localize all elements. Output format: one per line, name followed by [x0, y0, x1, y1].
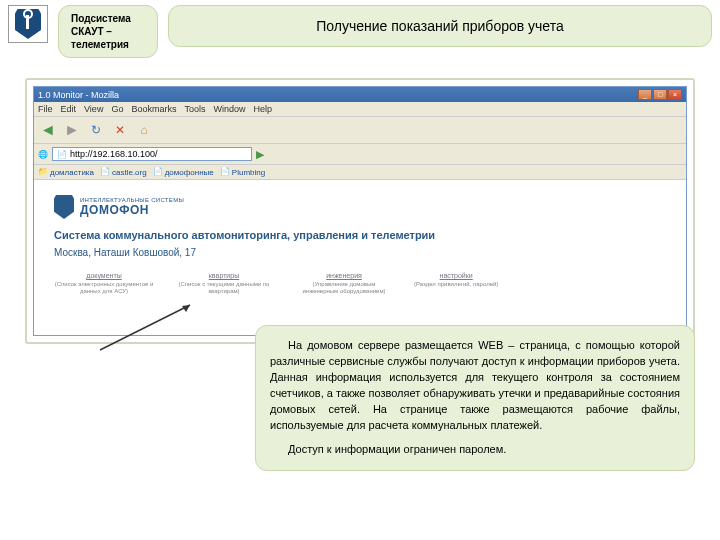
bookmark-item[interactable]: 📁домластика	[38, 167, 94, 177]
key-icon	[26, 15, 29, 29]
reload-icon[interactable]: ↻	[86, 120, 106, 140]
domofon-shield-icon	[54, 195, 74, 219]
menu-window[interactable]: Window	[213, 104, 245, 114]
bookmark-item[interactable]: 📄домофонные	[153, 167, 214, 177]
tab-documents[interactable]: документы (Список электронных документов…	[54, 272, 154, 295]
bookmark-icon: 📄	[153, 167, 163, 177]
menu-view[interactable]: View	[84, 104, 103, 114]
page-icon: 📄	[57, 150, 67, 159]
address-input[interactable]: 📄 http://192.168.10.100/	[52, 147, 252, 161]
address-text: http://192.168.10.100/	[70, 149, 158, 159]
logo-text: ДОМОФОН	[80, 203, 184, 217]
logo-box	[8, 5, 48, 43]
shield-icon	[15, 9, 41, 39]
subtitle-line1: Подсистема	[71, 12, 145, 25]
tab-engineering[interactable]: инженерия (Управление домовым инженерным…	[294, 272, 394, 295]
subtitle-box: Подсистема СКАУТ – телеметрия	[58, 5, 158, 58]
domofon-logo: ИНТЕЛЛЕКТУАЛЬНЫЕ СИСТЕМЫ ДОМОФОН	[54, 195, 666, 219]
go-button[interactable]: ▶	[256, 148, 264, 161]
browser-titlebar: 1.0 Monitor - Mozilla _ □ ×	[34, 87, 686, 102]
description-p1: На домовом сервере размещается WEB – стр…	[270, 338, 680, 434]
window-title: 1.0 Monitor - Mozilla	[38, 90, 119, 100]
browser-menu: File Edit View Go Bookmarks Tools Window…	[34, 102, 686, 117]
content-tabs: документы (Список электронных документов…	[54, 272, 666, 295]
subtitle-line3: телеметрия	[71, 38, 145, 51]
stop-icon[interactable]: ✕	[110, 120, 130, 140]
forward-icon[interactable]: ►	[62, 120, 82, 140]
bookmark-icon: 📄	[220, 167, 230, 177]
close-button[interactable]: ×	[668, 89, 682, 100]
menu-bookmarks[interactable]: Bookmarks	[131, 104, 176, 114]
bookmark-item[interactable]: 📄Plumbing	[220, 167, 265, 177]
bookmark-icon: 📁	[38, 167, 48, 177]
description-box: На домовом сервере размещается WEB – стр…	[255, 325, 695, 471]
titlebar-buttons: _ □ ×	[638, 89, 682, 100]
menu-tools[interactable]: Tools	[184, 104, 205, 114]
minimize-button[interactable]: _	[638, 89, 652, 100]
back-icon[interactable]: ◄	[38, 120, 58, 140]
screenshot-frame: 1.0 Monitor - Mozilla _ □ × File Edit Vi…	[25, 78, 695, 344]
tab-apartments[interactable]: квартиры (Список с текущими данными по к…	[174, 272, 274, 295]
page-title: Получение показаний приборов учета	[168, 5, 712, 47]
menu-help[interactable]: Help	[253, 104, 272, 114]
home-icon[interactable]: ⌂	[134, 120, 154, 140]
bookmark-item[interactable]: 📄castle.org	[100, 167, 147, 177]
content-title: Система коммунального автомониторинга, у…	[54, 229, 666, 241]
browser-content: ИНТЕЛЛЕКТУАЛЬНЫЕ СИСТЕМЫ ДОМОФОН Система…	[34, 180, 686, 335]
browser-addressbar: 🌐 📄 http://192.168.10.100/ ▶	[34, 144, 686, 165]
header-row: Подсистема СКАУТ – телеметрия Получение …	[0, 0, 720, 63]
menu-edit[interactable]: Edit	[61, 104, 77, 114]
browser-toolbar: ◄ ► ↻ ✕ ⌂	[34, 117, 686, 144]
bookmark-icon: 📄	[100, 167, 110, 177]
globe-icon: 🌐	[38, 150, 48, 159]
content-address: Москва, Наташи Ковшовой, 17	[54, 247, 666, 258]
tab-settings[interactable]: настройки (Раздел привилегий, паролей)	[414, 272, 498, 295]
menu-file[interactable]: File	[38, 104, 53, 114]
browser-window: 1.0 Monitor - Mozilla _ □ × File Edit Vi…	[33, 86, 687, 336]
maximize-button[interactable]: □	[653, 89, 667, 100]
subtitle-line2: СКАУТ –	[71, 25, 145, 38]
description-p2: Доступ к информации ограничен паролем.	[270, 442, 680, 458]
menu-go[interactable]: Go	[111, 104, 123, 114]
browser-bookmarks: 📁домластика 📄castle.org 📄домофонные 📄Plu…	[34, 165, 686, 180]
